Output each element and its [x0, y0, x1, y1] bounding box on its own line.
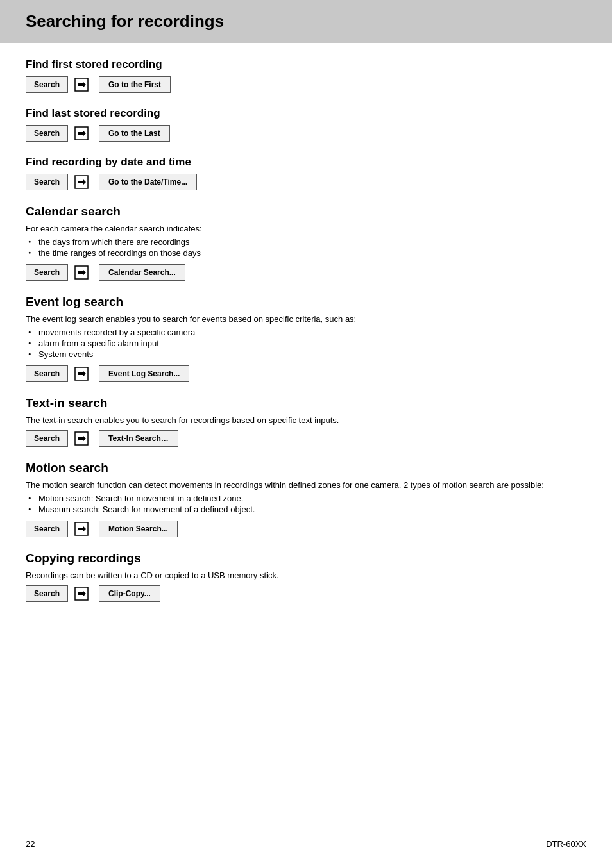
arrow-icon-find-first: [72, 78, 95, 92]
list-item: Motion search: Search for movement in a …: [28, 494, 586, 503]
section-copying: Copying recordings Recordings can be wri…: [26, 551, 586, 602]
svg-marker-11: [78, 435, 86, 442]
list-item: alarm from a specific alarm input: [28, 338, 586, 348]
bullet-list-event-log: movements recorded by a specific camera …: [28, 328, 586, 359]
action-button-event-log[interactable]: Event Log Search...: [99, 365, 189, 382]
arrow-icon-copying: [72, 587, 95, 601]
action-button-text-in[interactable]: Text-In Search…: [99, 430, 178, 447]
arrow-icon-motion: [72, 522, 95, 536]
arrow-icon-find-last: [72, 126, 95, 140]
arrow-icon-find-date: [72, 175, 95, 189]
button-row-copying: Search Clip-Copy...: [26, 585, 586, 602]
action-button-motion[interactable]: Motion Search...: [99, 521, 178, 537]
section-find-first: Find first stored recording Search Go to…: [26, 58, 586, 93]
section-title-find-first: Find first stored recording: [26, 58, 586, 71]
list-item: the time ranges of recordings on those d…: [28, 248, 586, 258]
section-desc-calendar: For each camera the calendar search indi…: [26, 224, 586, 233]
action-button-copying[interactable]: Clip-Copy...: [99, 585, 160, 602]
action-button-calendar[interactable]: Calendar Search...: [99, 264, 185, 281]
section-desc-event-log: The event log search enables you to sear…: [26, 314, 586, 324]
svg-marker-7: [78, 269, 86, 276]
section-find-date: Find recording by date and time Search G…: [26, 156, 586, 190]
arrow-icon-event-log: [72, 367, 95, 381]
button-row-calendar: Search Calendar Search...: [26, 264, 586, 281]
section-title-event-log: Event log search: [26, 295, 586, 309]
search-button-find-date[interactable]: Search: [26, 174, 68, 190]
section-title-find-last: Find last stored recording: [26, 107, 586, 120]
section-title-find-date: Find recording by date and time: [26, 156, 586, 169]
svg-marker-13: [78, 526, 86, 532]
model-number: DTR-60XX: [546, 839, 586, 849]
search-button-find-first[interactable]: Search: [26, 76, 68, 93]
bullet-list-calendar: the days from which there are recordings…: [28, 237, 586, 258]
button-row-find-last: Search Go to the Last: [26, 125, 586, 142]
section-event-log: Event log search The event log search en…: [26, 295, 586, 382]
section-desc-text-in: The text-in search enables you to search…: [26, 415, 586, 425]
section-text-in: Text-in search The text-in search enable…: [26, 396, 586, 447]
section-title-text-in: Text-in search: [26, 396, 586, 410]
list-item: movements recorded by a specific camera: [28, 328, 586, 337]
search-button-text-in[interactable]: Search: [26, 430, 68, 447]
page-number: 22: [26, 839, 35, 849]
search-button-copying[interactable]: Search: [26, 585, 68, 602]
svg-marker-5: [78, 179, 86, 185]
button-row-find-date: Search Go to the Date/Time...: [26, 174, 586, 190]
page-title: Searching for recordings: [26, 12, 224, 31]
section-desc-copying: Recordings can be written to a CD or cop…: [26, 571, 586, 580]
arrow-icon-text-in: [72, 431, 95, 446]
section-desc-motion: The motion search function can detect mo…: [26, 480, 586, 490]
svg-marker-15: [78, 590, 86, 597]
bullet-list-motion: Motion search: Search for movement in a …: [28, 494, 586, 514]
section-title-copying: Copying recordings: [26, 551, 586, 565]
button-row-motion: Search Motion Search...: [26, 521, 586, 537]
search-button-event-log[interactable]: Search: [26, 365, 68, 382]
list-item: System events: [28, 349, 586, 359]
button-row-find-first: Search Go to the First: [26, 76, 586, 93]
section-find-last: Find last stored recording Search Go to …: [26, 107, 586, 142]
section-calendar: Calendar search For each camera the cale…: [26, 204, 586, 281]
arrow-icon-calendar: [72, 265, 95, 280]
search-button-motion[interactable]: Search: [26, 521, 68, 537]
svg-marker-9: [78, 371, 86, 377]
section-title-motion: Motion search: [26, 461, 586, 475]
section-motion: Motion search The motion search function…: [26, 461, 586, 537]
button-row-text-in: Search Text-In Search…: [26, 430, 586, 447]
action-button-find-date[interactable]: Go to the Date/Time...: [99, 174, 197, 190]
search-button-find-last[interactable]: Search: [26, 125, 68, 142]
section-title-calendar: Calendar search: [26, 204, 586, 219]
action-button-find-first[interactable]: Go to the First: [99, 76, 171, 93]
list-item: the days from which there are recordings: [28, 237, 586, 247]
svg-marker-1: [78, 81, 86, 88]
list-item: Museum search: Search for movement of a …: [28, 505, 586, 514]
page: Searching for recordings Find first stor…: [0, 0, 612, 868]
svg-marker-3: [78, 130, 86, 137]
content: Find first stored recording Search Go to…: [0, 58, 612, 655]
button-row-event-log: Search Event Log Search...: [26, 365, 586, 382]
search-button-calendar[interactable]: Search: [26, 264, 68, 281]
action-button-find-last[interactable]: Go to the Last: [99, 125, 170, 142]
header-bar: Searching for recordings: [0, 0, 612, 43]
footer: 22 DTR-60XX: [26, 839, 586, 849]
